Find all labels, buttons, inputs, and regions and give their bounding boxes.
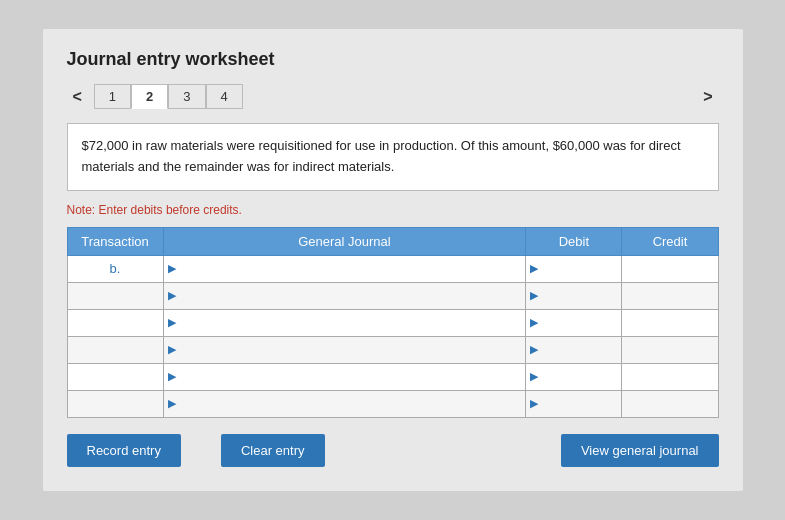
credit-input-4[interactable]	[622, 337, 717, 363]
general-journal-input-5[interactable]	[176, 364, 526, 390]
table-row: ▶ ▶	[67, 309, 718, 336]
transaction-cell-5	[67, 363, 163, 390]
general-journal-input-2[interactable]	[176, 283, 526, 309]
description-text: $72,000 in raw materials were requisitio…	[82, 138, 681, 174]
transaction-cell-1: b.	[67, 255, 163, 282]
general-journal-cell-4: ▶	[163, 336, 526, 363]
description-box: $72,000 in raw materials were requisitio…	[67, 123, 719, 191]
general-journal-cell-2: ▶	[163, 282, 526, 309]
arrow-icon-6: ▶	[164, 397, 176, 410]
buttons-row: Record entry Clear entry View general jo…	[67, 434, 719, 467]
debit-arrow-icon-4: ▶	[526, 343, 538, 356]
arrow-icon-1: ▶	[164, 262, 176, 275]
debit-input-5[interactable]	[538, 364, 621, 390]
debit-arrow-icon-3: ▶	[526, 316, 538, 329]
tabs-container: 1 2 3 4	[94, 84, 243, 109]
debit-cell-3: ▶	[526, 309, 622, 336]
transaction-cell-3	[67, 309, 163, 336]
debit-input-6[interactable]	[538, 391, 621, 417]
journal-table: Transaction General Journal Debit Credit…	[67, 227, 719, 418]
arrow-icon-4: ▶	[164, 343, 176, 356]
general-journal-cell-3: ▶	[163, 309, 526, 336]
credit-input-1[interactable]	[622, 256, 717, 282]
table-row: ▶ ▶	[67, 363, 718, 390]
credit-input-6[interactable]	[622, 391, 717, 417]
general-journal-cell-6: ▶	[163, 390, 526, 417]
next-arrow[interactable]: >	[697, 86, 718, 108]
debit-input-3[interactable]	[538, 310, 621, 336]
prev-arrow[interactable]: <	[67, 86, 88, 108]
panel-title: Journal entry worksheet	[67, 49, 719, 70]
credit-cell-4	[622, 336, 718, 363]
tabs-row: < 1 2 3 4 >	[67, 84, 719, 109]
debit-input-2[interactable]	[538, 283, 621, 309]
tab-4[interactable]: 4	[206, 84, 243, 109]
credit-input-5[interactable]	[622, 364, 717, 390]
credit-cell-3	[622, 309, 718, 336]
col-header-debit: Debit	[526, 227, 622, 255]
table-row: ▶ ▶	[67, 282, 718, 309]
debit-cell-2: ▶	[526, 282, 622, 309]
debit-cell-5: ▶	[526, 363, 622, 390]
journal-entry-panel: Journal entry worksheet < 1 2 3 4 > $72,…	[43, 29, 743, 491]
credit-input-2[interactable]	[622, 283, 717, 309]
table-row: ▶ ▶	[67, 390, 718, 417]
clear-entry-button[interactable]: Clear entry	[221, 434, 325, 467]
table-row: b. ▶ ▶	[67, 255, 718, 282]
debit-cell-4: ▶	[526, 336, 622, 363]
col-header-transaction: Transaction	[67, 227, 163, 255]
credit-cell-1	[622, 255, 718, 282]
arrow-icon-5: ▶	[164, 370, 176, 383]
record-entry-button[interactable]: Record entry	[67, 434, 181, 467]
tab-2[interactable]: 2	[131, 84, 168, 109]
debit-arrow-icon-1: ▶	[526, 262, 538, 275]
general-journal-input-4[interactable]	[176, 337, 526, 363]
general-journal-input-3[interactable]	[176, 310, 526, 336]
credit-cell-5	[622, 363, 718, 390]
note-text: Note: Enter debits before credits.	[67, 203, 719, 217]
table-row: ▶ ▶	[67, 336, 718, 363]
debit-arrow-icon-6: ▶	[526, 397, 538, 410]
debit-input-4[interactable]	[538, 337, 621, 363]
transaction-cell-6	[67, 390, 163, 417]
transaction-cell-2	[67, 282, 163, 309]
general-journal-input-6[interactable]	[176, 391, 526, 417]
debit-arrow-icon-5: ▶	[526, 370, 538, 383]
credit-cell-6	[622, 390, 718, 417]
arrow-icon-3: ▶	[164, 316, 176, 329]
credit-cell-2	[622, 282, 718, 309]
credit-input-3[interactable]	[622, 310, 717, 336]
debit-arrow-icon-2: ▶	[526, 289, 538, 302]
debit-input-1[interactable]	[538, 256, 621, 282]
general-journal-input-1[interactable]	[176, 256, 526, 282]
col-header-general-journal: General Journal	[163, 227, 526, 255]
transaction-cell-4	[67, 336, 163, 363]
view-general-journal-button[interactable]: View general journal	[561, 434, 719, 467]
debit-cell-1: ▶	[526, 255, 622, 282]
arrow-icon-2: ▶	[164, 289, 176, 302]
col-header-credit: Credit	[622, 227, 718, 255]
general-journal-cell-5: ▶	[163, 363, 526, 390]
tab-1[interactable]: 1	[94, 84, 131, 109]
tab-3[interactable]: 3	[168, 84, 205, 109]
general-journal-cell-1: ▶	[163, 255, 526, 282]
debit-cell-6: ▶	[526, 390, 622, 417]
